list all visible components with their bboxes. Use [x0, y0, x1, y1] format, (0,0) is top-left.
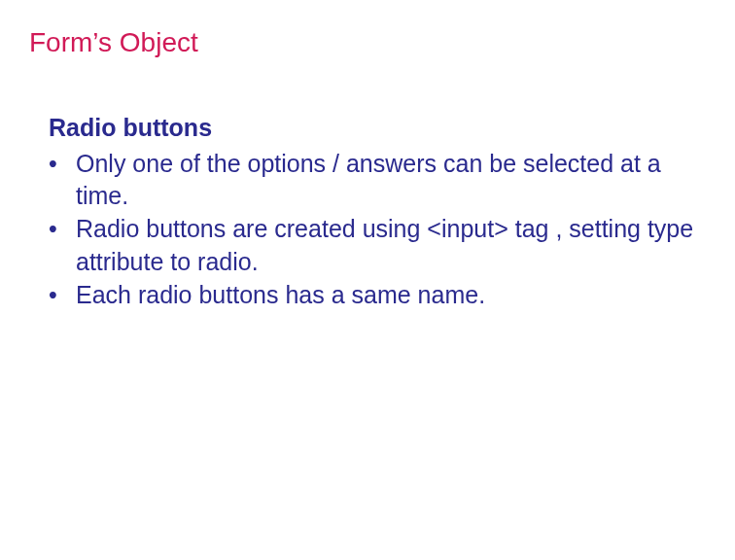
slide-content: Radio buttons Only one of the options / … — [29, 112, 706, 311]
slide-title: Form’s Object — [29, 27, 706, 58]
list-item: Each radio buttons has a same name. — [49, 279, 706, 312]
list-item: Radio buttons are created using <input> … — [49, 213, 706, 279]
list-item: Only one of the options / answers can be… — [49, 148, 706, 214]
slide: Form’s Object Radio buttons Only one of … — [0, 0, 735, 560]
bullet-list: Only one of the options / answers can be… — [49, 148, 706, 312]
content-subheading: Radio buttons — [49, 112, 706, 144]
